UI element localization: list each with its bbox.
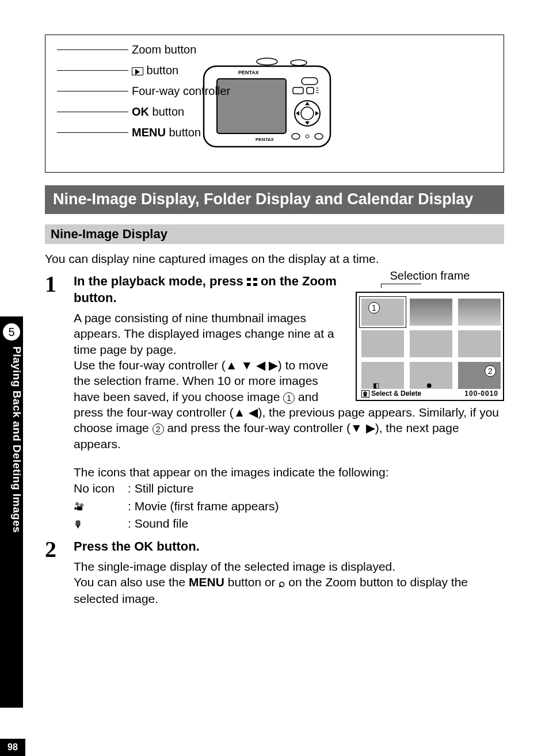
legend-sound: 🎙 : Sound file xyxy=(74,515,504,532)
label-zoom-button: Zoom button xyxy=(57,43,196,56)
circled-1-inline: 1 xyxy=(283,392,295,404)
step-2-body-a: The single-image display of the selected… xyxy=(74,559,504,574)
svg-point-2 xyxy=(291,60,307,66)
svg-point-13 xyxy=(301,107,314,120)
circled-2-inline: 2 xyxy=(152,423,164,435)
lcd-footer-left: 🗑 Select & Delete xyxy=(361,390,421,398)
lcd-footer-right: 100-0010 xyxy=(464,390,498,398)
icons-intro: The icons that appear on the images indi… xyxy=(74,464,504,480)
magnify-icon: ⌕ xyxy=(279,576,285,591)
sound-thumb-icon: ⏺ xyxy=(426,381,433,390)
nine-image-icon xyxy=(247,278,257,286)
label-ok-button: OK button xyxy=(57,105,184,119)
intro-text: You can display nine captured images on … xyxy=(45,252,504,266)
camera-diagram: PENTAX PENTAX xyxy=(45,35,504,173)
label-fourway-controller: Four-way controller xyxy=(57,85,230,98)
svg-rect-6 xyxy=(302,78,318,85)
section-title: Nine-Image Display, Folder Display and C… xyxy=(45,185,504,214)
camera-illustration: PENTAX PENTAX xyxy=(201,56,333,154)
movie-thumb-icon: ◧ xyxy=(373,381,379,390)
page-number: 98 xyxy=(0,739,25,756)
svg-text:PENTAX: PENTAX xyxy=(238,70,259,75)
label-menu-button: MENU button xyxy=(57,126,201,139)
playback-icon xyxy=(132,67,143,75)
step-number-2: 2 xyxy=(45,538,74,561)
svg-point-1 xyxy=(257,58,277,65)
selection-frame-figure: Selection frame 1 2 xyxy=(356,269,504,401)
trash-icon: 🗑 xyxy=(361,390,369,398)
svg-rect-8 xyxy=(307,87,314,94)
microphone-icon: 🎙 xyxy=(74,518,83,531)
step-1: 1 Selection frame 1 xyxy=(45,273,504,533)
selection-frame-label: Selection frame xyxy=(390,269,470,282)
step-2: 2 Press the OK button. The single-image … xyxy=(45,538,504,606)
svg-point-15 xyxy=(315,133,323,139)
label-playback-button: button xyxy=(57,64,178,77)
svg-rect-7 xyxy=(293,87,303,94)
legend-still: No icon : Still picture xyxy=(74,480,504,497)
step-number-1: 1 xyxy=(45,273,74,296)
step-2-heading: Press the OK button. xyxy=(74,538,504,555)
svg-point-14 xyxy=(292,133,300,139)
lcd-circled-2: 2 xyxy=(485,365,496,377)
subsection-title: Nine-Image Display xyxy=(45,224,504,244)
lcd-circled-1: 1 xyxy=(368,302,380,314)
movie-icon: 📽 xyxy=(74,499,84,514)
svg-text:PENTAX: PENTAX xyxy=(256,137,274,142)
step-2-body-b: You can also use the MENU button or ⌕ on… xyxy=(74,574,504,606)
legend-movie: 📽 : Movie (first frame appears) xyxy=(74,498,504,515)
svg-point-16 xyxy=(306,135,309,138)
lcd-preview: 1 2 ◧ ⏺ 🗑 Select & Delete xyxy=(356,292,504,401)
